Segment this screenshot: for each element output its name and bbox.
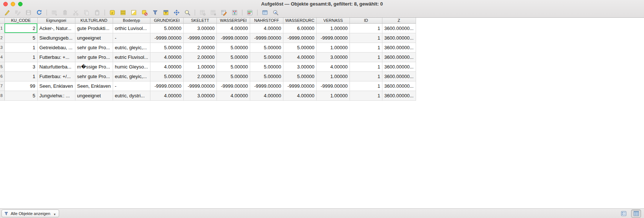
cell[interactable]: -9999.00000 bbox=[250, 81, 283, 91]
cell[interactable]: 5 bbox=[4, 91, 37, 100]
cell[interactable]: 1 bbox=[350, 52, 382, 62]
cell[interactable]: 3600.00000... bbox=[382, 33, 416, 43]
cell[interactable]: 1.00000 bbox=[183, 62, 217, 71]
cell[interactable]: 3600.00000... bbox=[382, 52, 416, 62]
cell[interactable]: 1 bbox=[350, 23, 382, 33]
cell[interactable]: humic Gleyso... bbox=[113, 62, 150, 71]
select-all-button[interactable] bbox=[119, 8, 127, 17]
column-header-wasserspei[interactable]: WASSERSPEI bbox=[217, 18, 250, 23]
cell[interactable]: -9999.00000 bbox=[150, 81, 183, 91]
cell[interactable]: 1 bbox=[350, 71, 382, 81]
column-header-ku_code[interactable]: KU_CODE bbox=[4, 18, 37, 23]
cell[interactable]: 1 bbox=[4, 43, 37, 52]
cell[interactable]: Siedlungsgeb... bbox=[37, 33, 75, 43]
cell[interactable]: 4.00000 bbox=[250, 23, 283, 33]
cell[interactable]: -9999.00000 bbox=[183, 33, 217, 43]
reload-table-button[interactable] bbox=[35, 8, 44, 17]
cell[interactable]: 2.00000 bbox=[183, 43, 217, 52]
cell[interactable]: -9999.00000 bbox=[150, 33, 183, 43]
column-header-eignungsei[interactable]: Eignungsei bbox=[37, 18, 75, 23]
multiedit-view-button[interactable] bbox=[245, 8, 254, 17]
cell[interactable]: gute Produkti... bbox=[75, 23, 113, 33]
cell[interactable]: 4.00000 bbox=[150, 62, 183, 71]
cell[interactable]: 5.00000 bbox=[217, 62, 250, 71]
cell[interactable]: eutric Fluvisol... bbox=[113, 52, 150, 62]
cell[interactable]: Seen, Enklaven bbox=[75, 81, 113, 91]
fullscreen-window-button[interactable] bbox=[18, 2, 23, 6]
cell[interactable]: 1.00000 bbox=[316, 43, 350, 52]
cell[interactable]: 1 bbox=[4, 52, 37, 62]
cell[interactable]: 1 bbox=[350, 33, 382, 43]
cell[interactable]: ungeeignet bbox=[75, 91, 113, 100]
cell[interactable]: 3600.00000... bbox=[382, 91, 416, 100]
cell[interactable]: 4.00000 bbox=[150, 52, 183, 62]
cell[interactable]: ungeeignet bbox=[75, 33, 113, 43]
cell[interactable]: -9999.00000 bbox=[217, 33, 250, 43]
cell[interactable]: Naturfutterba... bbox=[37, 62, 75, 71]
titlebar[interactable]: Aufgelöst — Objekte gesamt:8, gefiltert:… bbox=[0, 0, 644, 8]
column-header-z[interactable]: Z bbox=[382, 18, 416, 23]
cell[interactable]: 3600.00000... bbox=[382, 43, 416, 52]
cell[interactable]: 5.00000 bbox=[150, 71, 183, 81]
row-number[interactable]: 1 bbox=[0, 23, 4, 33]
cell[interactable]: 3.00000 bbox=[283, 62, 316, 71]
cell[interactable]: 4.00000 bbox=[316, 62, 350, 71]
row-number[interactable]: 5 bbox=[0, 62, 4, 71]
column-header-kulturland[interactable]: KULTURLAND bbox=[75, 18, 113, 23]
cell[interactable]: 6.00000 bbox=[283, 23, 316, 33]
cell[interactable]: 4.00000 bbox=[283, 91, 316, 100]
cell[interactable]: Jungviehw.: ... bbox=[37, 91, 75, 100]
column-header-nahrstoff[interactable]: NAHRSTOFF bbox=[250, 18, 283, 23]
filter-by-form-button[interactable] bbox=[151, 8, 160, 17]
invert-selection-button[interactable] bbox=[129, 8, 138, 17]
feature-filter-dropdown[interactable]: Alle Objekte anzeigen ▼ bbox=[1, 209, 59, 217]
cell[interactable]: eutric, gleyic,... bbox=[113, 43, 150, 52]
cell[interactable]: Acker-, Natur... bbox=[37, 23, 75, 33]
actions-button[interactable] bbox=[271, 8, 280, 17]
cell[interactable]: 4.00000 bbox=[150, 91, 183, 100]
row-number[interactable]: 7 bbox=[0, 81, 4, 91]
field-calculator-button[interactable] bbox=[219, 8, 228, 17]
cell[interactable]: 3.00000 bbox=[183, 91, 217, 100]
cell[interactable]: - bbox=[113, 33, 150, 43]
cell[interactable]: 3600.00000... bbox=[382, 23, 416, 33]
cell[interactable]: 1.00000 bbox=[316, 71, 350, 81]
cell[interactable]: 1 bbox=[350, 62, 382, 71]
zoom-to-selection-button[interactable] bbox=[183, 8, 192, 17]
cell[interactable]: 5.00000 bbox=[283, 71, 316, 81]
minimize-window-button[interactable] bbox=[11, 2, 15, 6]
table-view-button[interactable] bbox=[631, 209, 641, 218]
cell[interactable]: Futterbau: +/... bbox=[37, 71, 75, 81]
pan-to-selection-button[interactable] bbox=[172, 8, 181, 17]
cell[interactable]: 1 bbox=[4, 71, 37, 81]
cell[interactable]: 4.00000 bbox=[217, 23, 250, 33]
cell[interactable]: 4.00000 bbox=[217, 91, 250, 100]
dock-table-button[interactable] bbox=[260, 8, 269, 17]
cell[interactable]: 3 bbox=[4, 62, 37, 71]
cell[interactable]: 5.00000 bbox=[217, 43, 250, 52]
cell[interactable]: 5 bbox=[4, 33, 37, 43]
toggle-editing-button[interactable] bbox=[3, 8, 11, 17]
cell[interactable]: 2.00000 bbox=[183, 71, 217, 81]
row-number[interactable]: 3 bbox=[0, 43, 4, 52]
cell[interactable]: 3600.00000... bbox=[382, 81, 416, 91]
cell[interactable]: 5.00000 bbox=[150, 23, 183, 33]
cell[interactable]: 3600.00000... bbox=[382, 62, 416, 71]
column-header-bodentyp[interactable]: Bodentyp bbox=[113, 18, 150, 23]
column-header-skelett[interactable]: SKELETT bbox=[183, 18, 217, 23]
cell[interactable]: -9999.00000 bbox=[217, 81, 250, 91]
cell[interactable]: sehr gute Pro... bbox=[75, 43, 113, 52]
conditional-formatting-button[interactable] bbox=[230, 8, 239, 17]
deselect-all-button[interactable] bbox=[140, 8, 149, 17]
cell[interactable]: 1.00000 bbox=[316, 91, 350, 100]
cell[interactable]: 4.00000 bbox=[283, 52, 316, 62]
cell[interactable]: -9999.00000 bbox=[250, 33, 283, 43]
cell[interactable]: eutric, dystri... bbox=[113, 91, 150, 100]
cell[interactable]: 5.00000 bbox=[217, 52, 250, 62]
cell[interactable]: 5.00000 bbox=[283, 43, 316, 52]
form-view-button[interactable] bbox=[619, 209, 628, 218]
cell[interactable]: - bbox=[113, 81, 150, 91]
row-number[interactable]: 2 bbox=[0, 33, 4, 43]
cell[interactable]: Futterbau: +... bbox=[37, 52, 75, 62]
cell[interactable]: Getreidebau, ... bbox=[37, 43, 75, 52]
